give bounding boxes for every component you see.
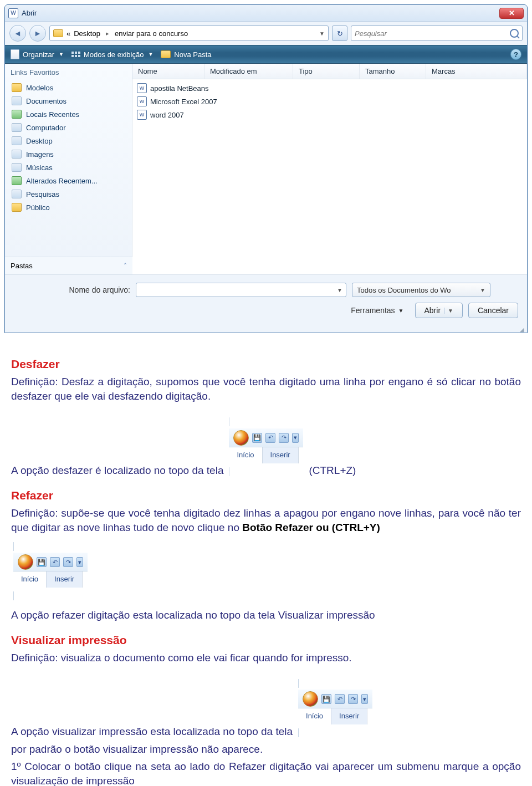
ribbon-tab-inicio: Início [229, 447, 262, 463]
sidebar-item-imagens[interactable]: Imagens [11, 147, 126, 161]
refresh-button[interactable]: ↻ [332, 25, 347, 41]
recent-icon [12, 110, 22, 119]
col-tags[interactable]: Marcas [426, 64, 527, 79]
chevron-right-icon: ▸ [104, 30, 111, 37]
desktop-icon [12, 136, 22, 145]
breadcrumb-levels: « [66, 29, 70, 38]
favorites-sidebar: Links Favoritos Modelos Documentos Locai… [5, 64, 132, 257]
file-item[interactable]: Wapostila NetBeans [132, 81, 527, 95]
command-bar: Organizar ▼ Modos de exibição ▼ Nova Pas… [5, 45, 527, 64]
document-body: Desfazer Definição: Desfaz a digitação, … [0, 338, 532, 786]
search-input[interactable] [355, 29, 507, 38]
address-bar[interactable]: « Desktop ▸ enviar para o concurso ▼ [49, 25, 329, 41]
sidebar-item-documentos[interactable]: Documentos [11, 94, 126, 108]
cancel-button[interactable]: Cancelar [468, 303, 518, 318]
breadcrumb-root[interactable]: Desktop [74, 29, 100, 38]
sidebar-item-label: Locais Recentes [26, 110, 79, 119]
col-modified[interactable]: Modificado em [204, 64, 293, 79]
file-name: apostila NetBeans [150, 84, 209, 93]
tools-dropdown[interactable]: Ferramentas ▼ [351, 306, 403, 315]
sidebar-item-label: Público [26, 203, 50, 212]
sidebar-wrap: Links Favoritos Modelos Documentos Locai… [5, 64, 132, 274]
favorites-list: Modelos Documentos Locais Recentes Compu… [11, 81, 126, 214]
sidebar-item-label: Modelos [26, 84, 53, 92]
sidebar-item-locais-recentes[interactable]: Locais Recentes [11, 108, 126, 121]
sidebar-item-pesquisas[interactable]: Pesquisas [11, 187, 126, 201]
p-refazer-def: Definição: supõe-se que você tenha digit… [11, 506, 521, 535]
computer-icon [12, 123, 22, 132]
p-desfazer-loc-after: (CTRL+Z) [309, 463, 356, 478]
back-button[interactable]: ◄ [9, 25, 26, 42]
sidebar-item-desktop[interactable]: Desktop [11, 134, 126, 147]
sidebar-item-publico[interactable]: Público [11, 201, 126, 214]
ribbon-tab-inserir: Inserir [47, 571, 83, 588]
filename-input[interactable]: ▼ [136, 283, 346, 297]
file-item[interactable]: WMicrosoft Excel 2007 [132, 95, 527, 108]
ribbon-tab-inserir: Inserir [263, 447, 299, 463]
file-name: word 2007 [150, 111, 184, 119]
address-dropdown-icon[interactable]: ▼ [319, 30, 325, 37]
new-folder-label: Nova Pasta [174, 50, 211, 59]
ribbon-snippet: 💾 ↶ ↷ ▾ Início Inserir [298, 675, 372, 739]
sidebar-item-label: Alterados Recentem... [26, 177, 98, 185]
file-list: Wapostila NetBeans WMicrosoft Excel 2007… [132, 79, 527, 124]
open-split-dropdown[interactable]: ▼ [444, 308, 453, 314]
col-size[interactable]: Tamanho [360, 64, 426, 79]
filetype-label: Todos os Documentos do Wo [357, 286, 451, 294]
undo-icon: ↶ [50, 557, 60, 567]
ribbon-snippet: 💾 ↶ ↷ ▾ Início Inserir [229, 414, 303, 477]
sidebar-item-musicas[interactable]: Músicas [11, 161, 126, 174]
word-doc-icon: W [137, 110, 147, 120]
p-visualizar-def: Definição: visualiza o documento como el… [11, 651, 521, 665]
documents-icon [12, 96, 22, 105]
resize-grip[interactable]: ◢ [5, 328, 527, 333]
chevron-down-icon[interactable]: ▼ [337, 287, 342, 293]
chevron-down-icon: ▼ [398, 308, 404, 314]
titlebar: W Abrir ✕ [5, 5, 527, 22]
sidebar-item-label: Imagens [26, 150, 54, 159]
save-icon: 💾 [252, 433, 262, 443]
folders-toggle[interactable]: Pastas ˄ [5, 257, 132, 274]
ribbon-tab-inserir: Inserir [331, 708, 367, 724]
breadcrumb-current[interactable]: enviar para o concurso [115, 29, 188, 38]
word-doc-icon: W [8, 8, 18, 18]
sidebar-item-label: Documentos [26, 97, 66, 105]
sidebar-item-label: Computador [26, 124, 66, 132]
bottom-panel: Nome do arquivo: ▼ Todos os Documentos d… [5, 274, 527, 328]
save-icon: 💾 [37, 557, 47, 567]
word-doc-icon: W [137, 83, 147, 93]
help-button[interactable]: ? [510, 49, 521, 60]
word-doc-icon: W [137, 96, 147, 106]
heading-visualizar: Visualizar impressão [11, 632, 521, 649]
new-folder-button[interactable]: Nova Pasta [161, 50, 211, 59]
chevron-down-icon: ▼ [480, 287, 485, 293]
cancel-label: Cancelar [478, 306, 509, 315]
file-item[interactable]: Wword 2007 [132, 108, 527, 121]
sheet-icon [11, 49, 19, 59]
searches-icon [12, 190, 22, 198]
col-type[interactable]: Tipo [293, 64, 360, 79]
sidebar-item-alterados[interactable]: Alterados Recentem... [11, 174, 126, 187]
sidebar-item-computador[interactable]: Computador [11, 121, 126, 134]
col-name[interactable]: Nome [132, 64, 204, 79]
forward-button[interactable]: ► [29, 25, 46, 42]
undo-icon: ↶ [265, 433, 275, 443]
sidebar-item-modelos[interactable]: Modelos [11, 81, 126, 94]
views-button[interactable]: Modos de exibição ▼ [71, 50, 153, 59]
office-orb-icon [18, 554, 33, 570]
music-icon [12, 163, 22, 172]
redo-icon: ↷ [63, 557, 73, 567]
p-vis-loc-after: por padrão o botão visualizar impressão … [11, 742, 263, 757]
ribbon-snippet: 💾 ↶ ↷ ▾ Início Inserir [13, 538, 88, 602]
filetype-select[interactable]: Todos os Documentos do Wo ▼ [352, 283, 490, 297]
open-button[interactable]: Abrir ▼ [415, 303, 463, 318]
close-button[interactable]: ✕ [499, 8, 524, 19]
organize-button[interactable]: Organizar ▼ [11, 49, 64, 59]
search-box[interactable] [351, 25, 523, 41]
file-name: Microsoft Excel 2007 [150, 98, 217, 106]
navbar: ◄ ► « Desktop ▸ enviar para o concurso ▼… [5, 22, 527, 45]
column-headers: Nome Modificado em Tipo Tamanho Marcas [132, 64, 527, 79]
folders-label: Pastas [11, 262, 33, 270]
ribbon-tab-inicio: Início [13, 571, 47, 588]
sidebar-item-label: Pesquisas [26, 190, 59, 198]
